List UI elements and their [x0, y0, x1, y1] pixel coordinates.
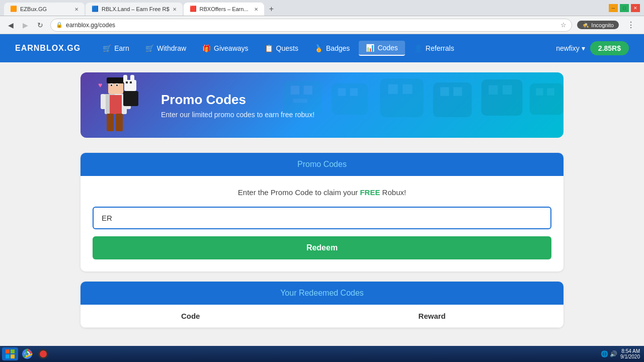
withdraw-icon: 🛒 [145, 44, 154, 52]
nav-giveaways-label: Giveaways [214, 44, 248, 52]
website-content: EARNBLOX.GG 🛒 Earn 🛒 Withdraw 🎁 Giveaway… [0, 34, 644, 346]
svg-rect-39 [547, 88, 554, 95]
banner-text: Promo Codes Enter our limited promo code… [151, 82, 325, 129]
nav-earn-label: Earn [114, 44, 129, 52]
svg-rect-27 [350, 88, 358, 96]
back-button[interactable]: ◀ [6, 20, 16, 30]
nav-item-giveaways[interactable]: 🎁 Giveaways [195, 41, 255, 55]
promo-banner: ♥ ♥ [80, 72, 564, 138]
redeem-button[interactable]: Redeem [93, 236, 551, 259]
badges-icon: 🏅 [314, 44, 323, 52]
clock-date: 9/1/2020 [620, 354, 640, 359]
address-box[interactable]: 🔒 earnblox.gg/codes ☆ [50, 19, 572, 32]
tab3-title: RBXOffers – Earn... [200, 6, 251, 12]
nav-quests-label: Quests [276, 44, 298, 52]
balance-button[interactable]: 2.85R$ [590, 41, 629, 55]
tab1-title: EZBux.GG [20, 6, 71, 12]
code-column-header: Code [80, 305, 300, 328]
nav-item-earn[interactable]: 🛒 Earn [96, 41, 136, 55]
browser-addressbar: ◀ ▶ ↻ 🔒 earnblox.gg/codes ☆ 🕵️ Incognito… [0, 16, 644, 34]
browser-tab-2[interactable]: 🟦 RBLX.Land – Earn Free R$ ✕ [86, 3, 183, 16]
start-button[interactable] [2, 347, 18, 360]
svg-rect-10 [110, 95, 122, 114]
bookmark-icon[interactable]: ☆ [560, 21, 567, 29]
taskbar: 🌐 🔊 8:54 AM 9/1/2020 [0, 346, 644, 362]
lock-icon: 🔒 [56, 22, 63, 28]
nav-item-referrals[interactable]: 👤 Referrals [407, 41, 461, 55]
browser-menu-button[interactable]: ⋮ [624, 19, 638, 31]
volume-icon: 🔊 [610, 350, 617, 357]
character-svg: ♥ ♥ [86, 72, 146, 138]
codes-icon: 📊 [366, 44, 374, 52]
nav-withdraw-label: Withdraw [157, 44, 186, 52]
svg-rect-18 [126, 81, 128, 83]
svg-rect-30 [403, 84, 412, 94]
minimize-button[interactable]: ─ [609, 4, 618, 12]
close-button[interactable]: ✕ [631, 4, 640, 12]
svg-rect-41 [11, 349, 15, 353]
svg-rect-4 [111, 84, 112, 86]
nav-item-badges[interactable]: 🏅 Badges [307, 41, 357, 55]
nav-item-withdraw[interactable]: 🛒 Withdraw [138, 41, 193, 55]
taskbar-app-record[interactable] [36, 347, 50, 361]
svg-rect-31 [433, 82, 472, 117]
site-logo: EARNBLOX.GG [15, 44, 80, 53]
svg-rect-34 [481, 79, 523, 116]
svg-rect-28 [380, 78, 423, 117]
referrals-icon: 👤 [414, 44, 423, 52]
incognito-icon: 🕵️ [582, 22, 589, 28]
user-button[interactable]: newfixy ▾ [556, 44, 585, 52]
banner-character: ♥ ♥ [80, 72, 151, 138]
nav-item-codes[interactable]: 📊 Codes [359, 41, 405, 56]
desc-highlight: FREE [360, 188, 380, 197]
promo-code-input[interactable] [93, 207, 551, 229]
browser-titlebar: 🟧 EZBux.GG ✕ 🟦 RBLX.Land – Earn Free R$ … [0, 0, 644, 16]
banner-title: Promo Codes [161, 92, 314, 108]
svg-rect-13 [107, 114, 114, 131]
address-text: earnblox.gg/codes [66, 22, 557, 29]
svg-text:♥: ♥ [98, 81, 102, 89]
svg-rect-32 [440, 87, 449, 96]
reward-column-header: Reward [300, 305, 564, 328]
browser-tab-3[interactable]: 🟥 RBXOffers – Earn... ✕ [184, 3, 264, 16]
svg-rect-33 [453, 87, 462, 96]
nav-right: newfixy ▾ 2.85R$ [556, 41, 629, 55]
quests-icon: 📋 [265, 44, 273, 52]
site-navbar: EARNBLOX.GG 🛒 Earn 🛒 Withdraw 🎁 Giveaway… [0, 34, 644, 62]
svg-rect-5 [116, 84, 118, 86]
nav-items: 🛒 Earn 🛒 Withdraw 🎁 Giveaways 📋 Quests 🏅… [96, 41, 556, 56]
svg-rect-25 [332, 83, 368, 115]
banner-subtitle: Enter our limited promo codes to earn fr… [161, 111, 314, 119]
taskbar-app-chrome[interactable] [20, 347, 34, 361]
svg-rect-20 [123, 91, 138, 106]
clock-time: 8:54 AM [620, 348, 640, 354]
nav-codes-label: Codes [377, 44, 397, 52]
balance-amount: 2.85R$ [598, 44, 621, 52]
new-tab-button[interactable]: + [265, 3, 278, 16]
tab1-close[interactable]: ✕ [74, 7, 78, 12]
maximize-button[interactable]: □ [620, 4, 629, 12]
address-actions: ☆ [560, 21, 567, 29]
svg-rect-29 [388, 84, 398, 94]
tab2-favicon: 🟦 [92, 6, 99, 13]
incognito-badge: 🕵️ Incognito [577, 21, 619, 29]
nav-referrals-label: Referrals [426, 44, 454, 52]
svg-rect-14 [116, 114, 123, 131]
tab2-close[interactable]: ✕ [173, 7, 177, 12]
taskbar-time: 8:54 AM 9/1/2020 [620, 348, 640, 359]
svg-rect-43 [11, 354, 15, 358]
main-content: ♥ ♥ [80, 62, 564, 346]
tab3-close[interactable]: ✕ [254, 7, 258, 12]
promo-codes-body: Enter the Promo Code to claim your FREE … [80, 176, 564, 272]
svg-rect-1 [107, 77, 125, 83]
taskbar-system-icons: 🌐 🔊 [601, 350, 617, 357]
nav-item-quests[interactable]: 📋 Quests [258, 41, 305, 55]
redeemed-codes-header: Your Redeemed Codes [80, 282, 564, 305]
earn-icon: 🛒 [103, 44, 111, 52]
svg-rect-40 [6, 349, 10, 353]
browser-tab-1[interactable]: 🟧 EZBux.GG ✕ [4, 3, 85, 16]
forward-button[interactable]: ▶ [21, 20, 30, 30]
refresh-button[interactable]: ↻ [35, 20, 45, 30]
username-label: newfixy [556, 44, 580, 52]
user-dropdown-icon: ▾ [582, 44, 585, 52]
